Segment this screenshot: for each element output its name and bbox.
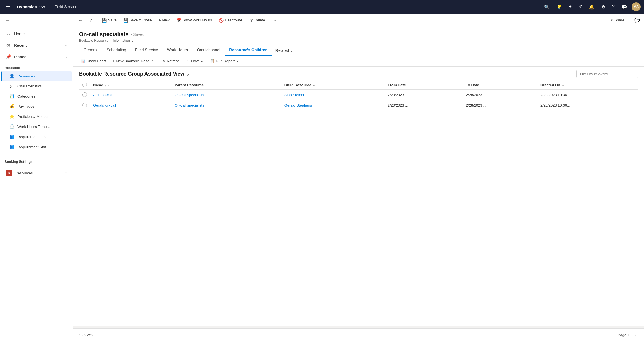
show-work-hours-button[interactable]: 📅 Show Work Hours	[174, 16, 215, 24]
sub-more-button[interactable]: ⋯	[243, 57, 252, 65]
sidebar-item-work-hours-templates[interactable]: 🕐 Work Hours Temp...	[1, 122, 72, 131]
save-icon: 💾	[102, 18, 107, 23]
sidebar-item-resources[interactable]: 👤 Resources	[1, 71, 72, 81]
tab-work-hours[interactable]: Work Hours	[163, 45, 192, 56]
sidebar-item-requirement-groups[interactable]: 👥 Requirement Gro...	[1, 132, 72, 141]
sidebar-item-proficiency-models[interactable]: ⭐ Proficiency Models	[1, 112, 72, 121]
sidebar-item-label-work-hours: Work Hours Temp...	[17, 125, 50, 129]
col-header-to-date[interactable]: To Date ⌄	[463, 80, 538, 90]
view-title: Bookable Resource Group Associated View …	[79, 71, 189, 77]
record-count: 1 - 2 of 2	[79, 333, 93, 337]
col-to-filter-icon[interactable]: ⌄	[480, 84, 483, 87]
sidebar-item-requirement-statuses[interactable]: 👥 Requirement Stat...	[1, 142, 72, 152]
filter-by-keyword-input[interactable]	[576, 70, 638, 78]
delete-button[interactable]: 🗑 Delete	[246, 16, 268, 24]
sidebar-hamburger[interactable]: ☰	[3, 16, 12, 26]
row-select-checkbox[interactable]	[82, 92, 87, 97]
col-created-filter-icon[interactable]: ⌄	[562, 84, 564, 87]
tab-general[interactable]: General	[79, 45, 102, 56]
col-to-label: To Date	[466, 83, 479, 87]
col-header-parent-resource[interactable]: Parent Resource ⌄	[172, 80, 282, 90]
chevron-down-icon: ⌄	[65, 43, 67, 47]
row-name-link[interactable]: Alan on-call	[93, 93, 112, 97]
show-chart-button[interactable]: 📊 Show Chart	[78, 57, 109, 65]
sidebar-item-characteristics[interactable]: 🏷 Characteristics	[1, 81, 72, 91]
save-close-button[interactable]: 💾 Save & Close	[121, 16, 155, 24]
sidebar-item-pay-types[interactable]: 💰 Pay Types	[1, 101, 72, 111]
expand-button[interactable]: ⤢	[86, 16, 95, 24]
row-child-resource-link[interactable]: Alan Steiner	[284, 93, 305, 97]
lightbulb-icon-btn[interactable]: 💡	[554, 3, 564, 11]
col-from-filter-icon[interactable]: ⌄	[407, 84, 409, 87]
report-chevron-icon: ⌄	[236, 59, 239, 63]
row-name-link[interactable]: Gerald on-call	[93, 103, 116, 107]
prev-page-button[interactable]: ←	[609, 331, 616, 338]
tab-resources-children[interactable]: Resource's Children	[225, 45, 272, 56]
refresh-icon: ↻	[162, 59, 165, 63]
expand-icon: ⤢	[89, 18, 93, 23]
new-bookable-resource-button[interactable]: + New Bookable Resour...	[110, 57, 158, 65]
row-select-checkbox[interactable]	[82, 103, 87, 107]
brand-area: ☰ Dynamics 365 Field Service	[3, 3, 77, 11]
recent-icon: ◷	[6, 43, 11, 48]
help-icon-btn[interactable]: ?	[610, 3, 617, 11]
user-avatar[interactable]: MA	[632, 2, 641, 11]
back-button[interactable]: ←	[76, 16, 85, 24]
table-row: Alan on-call On-call specialists Alan St…	[79, 90, 638, 100]
col-child-filter-icon[interactable]: ⌄	[313, 84, 315, 87]
cmd-separator-2	[281, 17, 281, 24]
plus-icon-btn[interactable]: +	[567, 2, 574, 12]
tab-scheduling[interactable]: Scheduling	[102, 45, 131, 56]
share-label: Share	[614, 18, 624, 22]
more-commands-button[interactable]: ⋯	[270, 16, 279, 24]
chat-panel-button[interactable]: 💬	[633, 16, 642, 25]
hamburger-button[interactable]: ☰	[3, 3, 12, 11]
row-created-on-cell: 2/20/2023 10:36...	[538, 90, 638, 100]
bell-icon-btn[interactable]: 🔔	[587, 3, 597, 11]
row-checkbox-cell	[79, 90, 90, 100]
flow-icon: ⤳	[187, 59, 190, 63]
col-header-created-on[interactable]: Created On ⌄	[538, 80, 638, 90]
col-name-filter-icon[interactable]: ⌄	[108, 84, 110, 87]
sidebar-nav-recent[interactable]: ◷ Recent ⌄	[1, 40, 72, 51]
first-page-button[interactable]: |←	[599, 331, 607, 338]
tab-related[interactable]: Related ⌄	[272, 45, 297, 56]
horizontal-scrollbar[interactable]	[73, 326, 644, 328]
search-icon-btn[interactable]: 🔍	[542, 3, 552, 11]
deactivate-button[interactable]: 🚫 Deactivate	[216, 16, 245, 24]
breadcrumb-entity[interactable]: Bookable Resource	[79, 39, 109, 43]
sidebar-nav-pinned[interactable]: 📌 Pinned ⌄	[1, 51, 72, 62]
row-child-resource-link[interactable]: Gerald Stephens	[284, 103, 312, 107]
flow-button[interactable]: ⤳ Flow ⌄	[184, 57, 206, 65]
share-button[interactable]: ↗ Share ⌄	[607, 16, 632, 24]
sidebar-footer-resources[interactable]: R Resources ⌃	[2, 167, 71, 179]
related-chevron-icon: ⌄	[290, 48, 293, 53]
checkbox-header[interactable]	[79, 80, 90, 90]
col-header-name[interactable]: Name ↑ ⌄	[90, 80, 172, 90]
save-button[interactable]: 💾 Save	[99, 16, 119, 24]
filter-icon-btn[interactable]: ⧩	[576, 3, 584, 11]
chat-icon-btn[interactable]: 💬	[619, 3, 629, 11]
table-container: Name ↑ ⌄ Parent Resource ⌄ Child Resourc…	[73, 80, 644, 326]
breadcrumb-view-dropdown[interactable]: Information ⌄	[113, 39, 134, 43]
tab-omnichannel[interactable]: Omnichannel	[192, 45, 225, 56]
row-parent-resource-link[interactable]: On-call specialists	[175, 103, 204, 107]
next-page-button[interactable]: →	[631, 331, 638, 338]
col-header-child-resource[interactable]: Child Resource ⌄	[282, 80, 385, 90]
view-title-chevron-icon[interactable]: ⌄	[186, 72, 189, 76]
sidebar-item-label-proficiency: Proficiency Models	[17, 114, 48, 119]
tab-field-service[interactable]: Field Service	[131, 45, 163, 56]
row-parent-resource-link[interactable]: On-call specialists	[175, 93, 204, 97]
new-button[interactable]: + New	[155, 16, 172, 24]
gear-icon-btn[interactable]: ⚙	[599, 3, 608, 11]
header-select-all-checkbox[interactable]	[82, 83, 87, 87]
run-report-button[interactable]: 📋 Run Report ⌄	[207, 57, 242, 65]
refresh-button[interactable]: ↻ Refresh	[159, 57, 183, 65]
sidebar-item-categories[interactable]: 📊 Categories	[1, 91, 72, 101]
col-parent-filter-icon[interactable]: ⌄	[205, 84, 207, 87]
req-groups-icon: 👥	[9, 134, 15, 139]
sidebar-section-resource: Resource	[0, 63, 73, 71]
sidebar-nav-home[interactable]: ⌂ Home	[1, 28, 72, 39]
row-name-cell: Gerald on-call	[90, 100, 172, 110]
col-header-from-date[interactable]: From Date ⌄	[385, 80, 463, 90]
